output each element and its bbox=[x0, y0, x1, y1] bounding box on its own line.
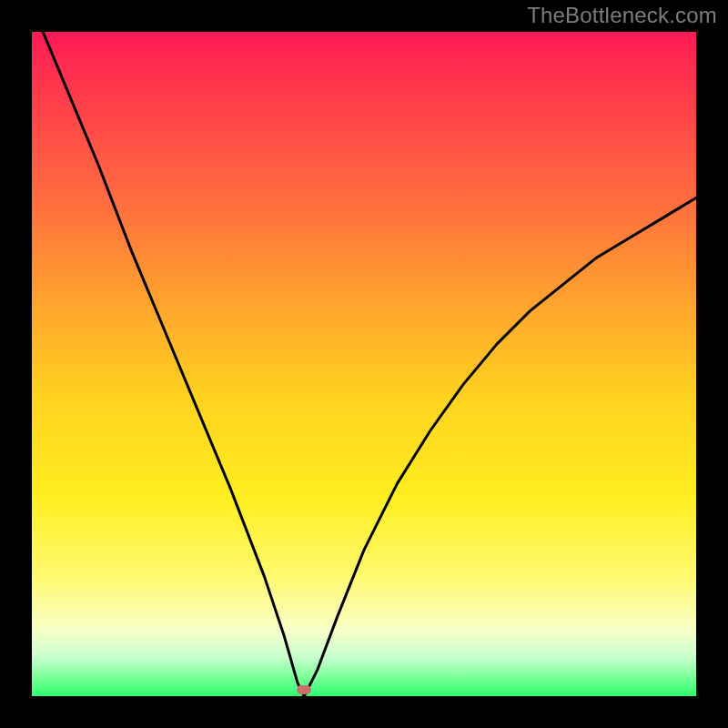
curve-path bbox=[32, 5, 696, 696]
bottleneck-curve bbox=[32, 32, 696, 696]
minimum-marker bbox=[297, 685, 311, 694]
plot-area bbox=[32, 32, 696, 696]
watermark-text: TheBottleneck.com bbox=[527, 3, 717, 28]
chart-frame: TheBottleneck.com bbox=[0, 0, 728, 728]
